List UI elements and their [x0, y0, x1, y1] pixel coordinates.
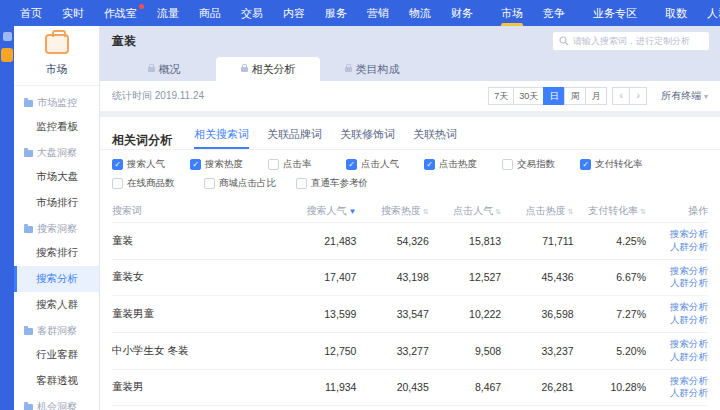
metric-checkbox[interactable]: 商城点击占比: [204, 177, 296, 190]
metric-checkbox[interactable]: ✓搜索人气: [112, 158, 190, 171]
sidebar-item[interactable]: 搜索人群: [14, 292, 99, 318]
panel-tab[interactable]: 关联修饰词: [340, 127, 395, 149]
action-link[interactable]: 搜索分析: [652, 301, 708, 314]
value-cell: 71,711: [507, 235, 579, 247]
search-input[interactable]: [573, 36, 703, 46]
action-cell: 搜索分析人群分析: [652, 228, 708, 254]
action-link[interactable]: 人群分析: [652, 277, 708, 290]
sidebar-section[interactable]: 搜索洞察: [14, 216, 99, 240]
value-cell: 33,277: [362, 345, 434, 357]
sidebar-item[interactable]: 行业客群: [14, 342, 99, 368]
sidebar-item[interactable]: 市场大盘: [14, 164, 99, 190]
action-link[interactable]: 搜索分析: [652, 375, 708, 388]
action-link[interactable]: 人群分析: [652, 241, 708, 254]
table-header-cell[interactable]: 点击热度⇅: [507, 204, 579, 218]
sidebar-item[interactable]: 搜索排行: [14, 240, 99, 266]
date-range-button[interactable]: 周: [564, 87, 586, 105]
date-range-button[interactable]: 月: [585, 87, 607, 105]
table-row: 淘宝网女童装11,47922,9056,47720,9872.05%搜索分析人群…: [112, 405, 708, 410]
table-header-cell[interactable]: 支付转化率⇅: [580, 204, 652, 218]
metric-label: 交易指数: [517, 158, 555, 171]
main-tabs: 概况相关分析类目构成: [112, 57, 710, 81]
value-cell: 20,435: [362, 381, 434, 393]
main-tab[interactable]: 相关分析: [216, 57, 320, 81]
panel-tabs: 相关搜索词关联品牌词关联修饰词关联热词: [194, 127, 457, 149]
panel-tab[interactable]: 关联品牌词: [267, 127, 322, 149]
sort-icon: ⇅: [568, 208, 574, 215]
panel-tab[interactable]: 关联热词: [413, 127, 457, 149]
main-tab[interactable]: 类目构成: [320, 57, 424, 81]
action-link[interactable]: 搜索分析: [652, 265, 708, 278]
action-cell: 搜索分析人群分析: [652, 338, 708, 364]
search-box[interactable]: [552, 31, 710, 51]
metric-checkbox[interactable]: ✓点击人气: [346, 158, 424, 171]
date-range-button[interactable]: 日: [543, 87, 565, 105]
nav-item[interactable]: 物流: [399, 0, 441, 26]
table-header-cell[interactable]: 点击人气⇅: [435, 204, 507, 218]
sidebar-section[interactable]: 大盘洞察: [14, 140, 99, 164]
metric-checkbox[interactable]: 点击率: [268, 158, 346, 171]
rail-badge[interactable]: [1, 48, 13, 62]
value-cell: 15,813: [435, 235, 507, 247]
sidebar-section-label: 机会洞察: [37, 400, 77, 410]
nav-item[interactable]: 财务: [441, 0, 483, 26]
action-link[interactable]: 人群分析: [652, 351, 708, 364]
sidebar-item[interactable]: 市场排行: [14, 190, 99, 216]
column-label: 搜索人气: [306, 205, 346, 216]
nav-item[interactable]: 市场: [491, 0, 533, 26]
nav-item[interactable]: 服务: [315, 0, 357, 26]
sidebar-section[interactable]: 市场监控: [14, 90, 99, 114]
next-date-button[interactable]: ›: [629, 87, 647, 105]
value-cell: 54,326: [362, 235, 434, 247]
panel-tab[interactable]: 相关搜索词: [194, 127, 249, 149]
date-range-button[interactable]: 7天: [488, 87, 514, 105]
metric-checkbox[interactable]: 直通车参考价: [296, 177, 388, 190]
nav-item[interactable]: 业务专区: [583, 0, 647, 26]
metric-row: ✓搜索人气✓搜索热度点击率✓点击人气✓点击热度交易指数✓支付转化率: [112, 158, 708, 171]
sidebar-item[interactable]: 监控看板: [14, 114, 99, 140]
table-header-cell: 操作: [652, 204, 708, 218]
table-header-cell[interactable]: 搜索热度⇅: [362, 204, 434, 218]
prev-date-button[interactable]: ‹: [612, 87, 630, 105]
sidebar-item[interactable]: 客群透视: [14, 368, 99, 394]
action-link[interactable]: 人群分析: [652, 314, 708, 327]
metric-label: 搜索热度: [205, 158, 243, 171]
metric-checkbox[interactable]: ✓点击热度: [424, 158, 502, 171]
related-words-table: 搜索词搜索人气▼搜索热度⇅点击人气⇅点击热度⇅支付转化率⇅操作 童装21,483…: [100, 200, 720, 410]
metric-checkbox[interactable]: 交易指数: [502, 158, 580, 171]
folder-icon: [24, 328, 33, 335]
terminal-dropdown[interactable]: 所有终端 ▾: [661, 89, 708, 103]
action-link[interactable]: 搜索分析: [652, 338, 708, 351]
nav-item[interactable]: 商品: [189, 0, 231, 26]
nav-item[interactable]: 作战室: [94, 0, 147, 26]
metric-checkbox[interactable]: 在线商品数: [112, 177, 204, 190]
rail-logo-icon: [3, 32, 12, 41]
sidebar-item[interactable]: 搜索分析: [14, 266, 99, 292]
metric-checkbox[interactable]: ✓支付转化率: [580, 158, 672, 171]
toolbar: 统计时间 2019.11.24 7天30天日周月 ‹ › 所有终端 ▾: [100, 81, 720, 111]
action-link[interactable]: 搜索分析: [652, 228, 708, 241]
date-range-button[interactable]: 30天: [513, 87, 544, 105]
action-link[interactable]: 人群分析: [652, 387, 708, 400]
nav-item[interactable]: 营销: [357, 0, 399, 26]
nav-item[interactable]: 首页: [10, 0, 52, 26]
nav-item[interactable]: 人群管理: [697, 0, 720, 26]
nav-item[interactable]: 交易: [231, 0, 273, 26]
nav-item[interactable]: 内容: [273, 0, 315, 26]
table-header-cell[interactable]: 搜索人气▼: [290, 204, 362, 218]
column-label: 点击热度: [526, 205, 566, 216]
main-tab-label: 类目构成: [356, 62, 400, 77]
sidebar-section[interactable]: 机会洞察: [14, 394, 99, 410]
nav-item[interactable]: 取数: [655, 0, 697, 26]
metric-checkbox[interactable]: ✓搜索热度: [190, 158, 268, 171]
value-cell: 9,508: [435, 345, 507, 357]
nav-item[interactable]: 实时: [52, 0, 94, 26]
value-cell: 33,547: [362, 308, 434, 320]
main-tab[interactable]: 概况: [112, 57, 216, 81]
value-cell: 45,436: [507, 271, 579, 283]
column-label: 搜索词: [112, 205, 142, 216]
sidebar-section[interactable]: 客群洞察: [14, 318, 99, 342]
nav-item[interactable]: 竞争: [533, 0, 575, 26]
page-title: 童装: [112, 33, 136, 50]
nav-item[interactable]: 流量: [147, 0, 189, 26]
